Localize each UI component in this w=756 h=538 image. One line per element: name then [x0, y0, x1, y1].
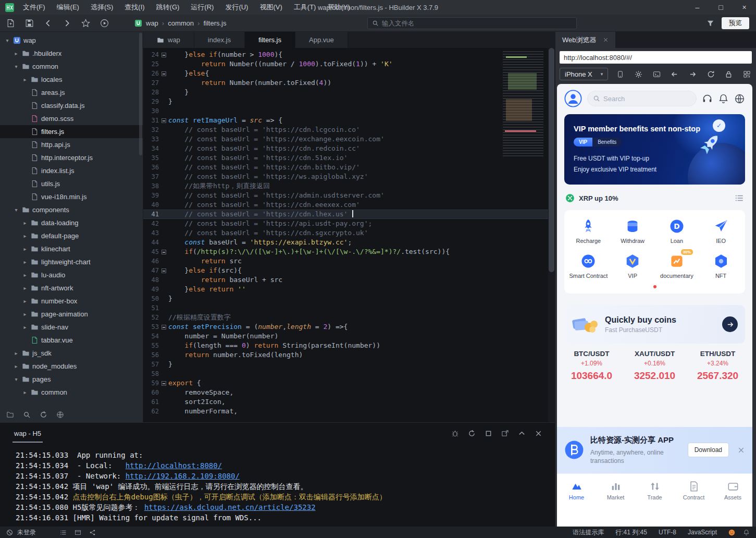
editor-scrollbar[interactable]	[548, 48, 555, 422]
save-icon[interactable]	[25, 19, 34, 28]
tree-item-node_modules[interactable]: ▸node_modules	[0, 360, 143, 373]
code-editor[interactable]: 24 }else if(number > 1000){25 return Num…	[143, 48, 555, 422]
menu-item[interactable]: 文件(F)	[17, 0, 51, 15]
tree-item-locales[interactable]: ▸locales	[0, 73, 143, 86]
quick-buy-card[interactable]: Quickly buy coins Fast PurchaseUSDT	[564, 305, 745, 344]
tree-item-filters.js[interactable]: filters.js	[0, 125, 143, 138]
preview-button[interactable]: 预览	[722, 17, 749, 29]
code-line[interactable]: 33 // const baseUrl = 'https://exchange.…	[143, 134, 555, 144]
console-tab[interactable]: wap - H5	[13, 430, 43, 443]
breadcrumb-item[interactable]: common	[168, 19, 194, 27]
arrow-left-icon[interactable]	[671, 70, 678, 78]
code-line[interactable]: 24 }else if(number > 1000){	[143, 50, 555, 59]
code-line[interactable]: 59export {	[143, 378, 555, 388]
stop-icon[interactable]	[485, 430, 492, 437]
tree-item-js_sdk[interactable]: ▸js_sdk	[0, 347, 143, 360]
console-icon[interactable]	[653, 70, 661, 78]
search-input[interactable]	[382, 20, 572, 27]
close-icon[interactable]	[603, 37, 609, 43]
arrow-right-icon[interactable]	[689, 70, 697, 78]
service-ieo[interactable]: IEO	[699, 218, 743, 244]
menu-item[interactable]: 选择(S)	[85, 0, 119, 15]
tree-item-number-box[interactable]: ▸number-box	[0, 295, 143, 308]
minimap[interactable]	[503, 51, 543, 156]
menu-item[interactable]: 编辑(E)	[51, 0, 85, 15]
nav-trade[interactable]: Trade	[635, 474, 674, 507]
back-icon[interactable]	[44, 19, 53, 28]
menu-item[interactable]: 跳转(G)	[151, 0, 185, 15]
lock-icon[interactable]	[725, 70, 733, 78]
url-input[interactable]	[560, 51, 752, 64]
code-line[interactable]: 62 numberFormat,	[143, 407, 555, 416]
tab-App.vue[interactable]: App.vue	[295, 32, 348, 48]
explorer-icon[interactable]	[6, 411, 14, 419]
code-line[interactable]: 42 // const baseUrl = 'https://api.usdt-…	[143, 219, 555, 228]
gear-icon[interactable]	[635, 70, 642, 78]
fold-marker[interactable]	[162, 118, 166, 123]
code-line[interactable]: 36 // const baseUrl = 'https://cdn.bitbo…	[143, 163, 555, 172]
nav-market[interactable]: Market	[596, 474, 635, 507]
fold-marker[interactable]	[162, 325, 166, 329]
menu-item[interactable]: 运行(R)	[185, 0, 219, 15]
code-line[interactable]: 34 // const baseUrl = 'https://cdn.redco…	[143, 144, 555, 153]
code-line[interactable]: 35 // const baseUrl = 'https://cdn.51ex.…	[143, 153, 555, 163]
debug-icon[interactable]	[451, 430, 459, 437]
code-line[interactable]: 47 }else if(src){	[143, 266, 555, 275]
breadcrumb-item[interactable]: filters.js	[203, 19, 226, 27]
code-line[interactable]: 38 //如果带http，则直接返回	[143, 181, 555, 191]
notification-icon[interactable]	[743, 529, 750, 536]
tree-item-common[interactable]: ▸common	[0, 386, 143, 399]
code-line[interactable]: 39 // const baseUrl = 'https://admin.usd…	[143, 191, 555, 200]
menu-item[interactable]: 发行(U)	[219, 0, 254, 15]
code-line[interactable]: 53const setPrecision = (number,length = …	[143, 322, 555, 332]
tree-item-demo.scss[interactable]: demo.scss	[0, 112, 143, 125]
code-line[interactable]: 30	[143, 106, 555, 116]
fold-marker[interactable]	[162, 71, 166, 76]
tree-item-lu-audio[interactable]: ▸lu-audio	[0, 268, 143, 282]
code-line[interactable]: 37 // const baseUrl = 'https://ws.apiglo…	[143, 172, 555, 181]
service-nft[interactable]: NFT	[699, 253, 743, 279]
fold-marker[interactable]	[162, 268, 166, 273]
console-link[interactable]: https://ask.dcloud.net.cn/article/35232	[144, 503, 316, 511]
close-icon[interactable]	[535, 430, 542, 437]
code-line[interactable]: 55 if(length === 0) return String(parseI…	[143, 341, 555, 350]
code-line[interactable]: 44 const baseUrl = 'https://exapi.btzyw.…	[143, 238, 555, 247]
tree-item-components[interactable]: ▾components	[0, 203, 143, 216]
ticker-BTC/USDT[interactable]: BTC/USDT+1.09%103664.0	[560, 350, 623, 382]
tree-item-classify.data.js[interactable]: classify.data.js	[0, 99, 143, 112]
code-line[interactable]: 31const retImageUrl = src => {	[143, 116, 555, 125]
nav-home[interactable]: Home	[557, 474, 596, 507]
notice-list-icon[interactable]	[735, 193, 744, 203]
web-icon[interactable]	[56, 411, 64, 419]
service-documentary[interactable]: 30%documentary	[655, 253, 699, 279]
tree-item-lightweight-chart[interactable]: ▸lightweight-chart	[0, 255, 143, 268]
tree-item-vue-i18n.min.js[interactable]: vue-i18n.min.js	[0, 190, 143, 203]
tree-item-default-page[interactable]: ▸default-page	[0, 229, 143, 242]
close-button[interactable]: ×	[733, 0, 756, 15]
code-line[interactable]: 46 return src	[143, 256, 555, 266]
device-selector[interactable]: iPhone X ▾	[560, 68, 608, 80]
ticker-XAUT/USDT[interactable]: XAUT/USDT+0.16%3252.010	[623, 350, 686, 382]
service-vip[interactable]: VIP	[611, 253, 655, 279]
tree-item-pages[interactable]: ▾pages	[0, 373, 143, 386]
fold-marker[interactable]	[162, 381, 166, 386]
browser-tab[interactable]: Web浏览器	[555, 32, 615, 48]
code-line[interactable]: 60 removeSpace,	[143, 388, 555, 397]
code-line[interactable]: 52//根据精度设置数字	[143, 313, 555, 322]
support-icon[interactable]	[702, 93, 713, 104]
fold-marker[interactable]	[162, 250, 166, 254]
notice-bar[interactable]: XRP up 10%	[565, 191, 744, 205]
code-line[interactable]: 48 return baseUrl + src	[143, 275, 555, 285]
service-loan[interactable]: DLoan	[655, 218, 699, 244]
ticker-ETH/USDT[interactable]: ETH/USDT+3.24%2567.320	[686, 350, 749, 382]
tree-item-utils.js[interactable]: utils.js	[0, 177, 143, 190]
code-line[interactable]: 57}	[143, 360, 555, 369]
window-icon[interactable]	[75, 529, 81, 536]
tree-item-nft-artwork[interactable]: ▸nft-artwork	[0, 282, 143, 295]
menu-item[interactable]: 工具(T)	[288, 0, 322, 15]
emoji-icon[interactable]	[728, 529, 735, 536]
nav-contract[interactable]: Contract	[674, 474, 713, 507]
syntax-hint[interactable]: 语法提示库	[573, 528, 604, 537]
avatar[interactable]	[564, 90, 582, 107]
code-line[interactable]: 29}	[143, 97, 555, 106]
